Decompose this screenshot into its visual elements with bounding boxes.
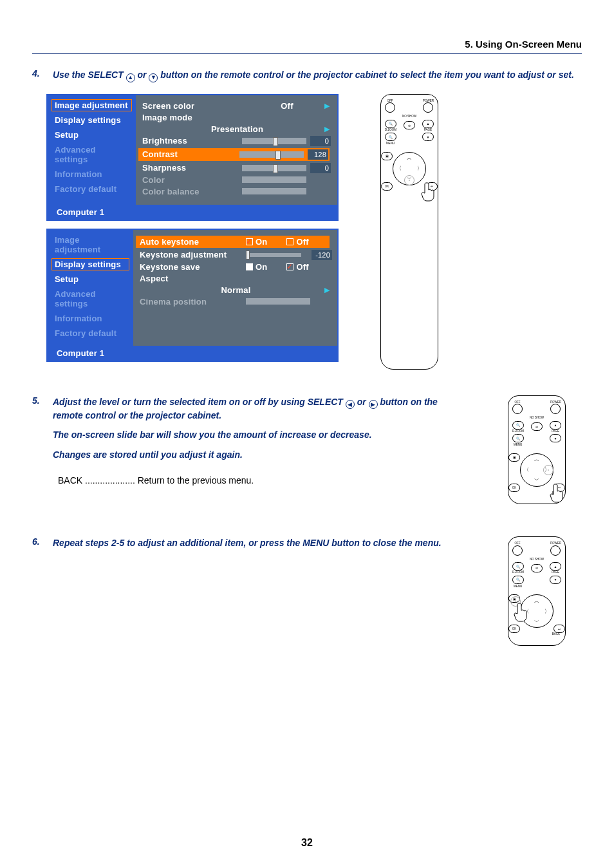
page-down-icon: ▼ [550,576,561,584]
image-mode-value: Presentation [142,124,332,134]
page-down-icon: ▼ [550,434,561,442]
contrast-label: Contrast [142,149,233,159]
keystone-save-label: Keystone save [140,262,239,272]
sidebar-item: Setup [51,273,129,285]
sidebar-item: Factory default [51,327,129,339]
menu-button-icon: ▣ [508,453,520,462]
sidebar-item: Display settings [51,258,129,270]
page-up-icon: ▲ [422,120,434,128]
step-text: Changes are stored until you adjust it a… [53,448,466,461]
sharpness-label: Sharpness [142,163,236,173]
osd-display-settings: Image adjustment Display settings Setup … [46,229,339,362]
page-down-icon: ▼ [422,133,434,141]
off-button-icon [385,102,395,113]
step-text: Adjust the level or turn the selected it… [53,395,466,422]
keystone-save-on: On [246,262,267,272]
dpad-up-icon: ︿ [405,154,414,163]
down-arrow-icon: ▼ [149,73,158,82]
noshow-label: NO SHOW [512,558,561,561]
menu-label: MENU [514,585,561,589]
brightness-slider: 0 [242,136,332,146]
checkbox-on-icon [286,263,293,270]
dpad-left-icon: 〈 [522,466,531,475]
sidebar-item: Image adjustment [51,234,129,256]
checkbox-on-icon [246,238,253,245]
image-mode-label: Image mode [142,113,236,122]
auto-keystone-on: On [246,237,267,247]
zoom-out-icon: 🔍 [512,434,524,442]
chevron-right-icon: ▶ [324,286,330,294]
cinema-position-label: Cinema position [140,297,239,307]
auto-keystone-off: Off [286,237,308,247]
zoom-out-icon: 🔍 [512,576,524,584]
sidebar-item: Advanced settings [51,288,129,310]
noshow-label: NO SHOW [385,115,434,118]
up-arrow-icon: ▲ [126,73,135,82]
step-number: 5. [32,395,46,486]
osd-sidebar: Image adjustment Display settings Setup … [48,95,136,205]
menu-label: MENU [514,444,561,447]
screen-color-value: Off [242,101,332,111]
contrast-slider: 128 [239,149,328,160]
osd-image-adjustment: Image adjustment Display settings Setup … [46,94,339,221]
sharpness-slider: 0 [242,163,332,173]
off-button-icon [512,545,523,556]
t: Use the SELECT [53,70,126,80]
step-5: 5. Adjust the level or turn the selected… [32,395,466,486]
chevron-right-icon: ▶ [324,102,330,110]
aspect-label: Aspect [140,274,239,283]
dpad-icon: ︿ ﹀ 〈 〉 [393,152,426,185]
page-label: PAGE [552,430,559,433]
noshow-button-icon: ⊘ [531,422,543,431]
hand-pointer-icon [421,182,436,202]
step-4: 4. Use the SELECT ▲ or ▼ button on the r… [32,68,582,82]
menu-button-icon: ▣ [381,152,393,160]
t: or [137,70,149,80]
power-button-icon [423,102,433,113]
ok-button-icon: OK [508,484,520,492]
sharpness-value: 0 [310,163,331,173]
keystone-save-off: Off [286,262,308,272]
color-balance-slider [242,188,332,194]
auto-keystone-label: Auto keystone [140,237,239,247]
osd-body: Auto keystone On Off Keystone adjustment… [133,230,337,346]
brightness-value: 0 [310,136,331,146]
sidebar-item: Information [51,312,129,325]
chevron-right-icon: ▶ [324,125,330,133]
brightness-label: Brightness [142,136,236,146]
back-label: BACK [512,633,560,636]
screen-color-label: Screen color [142,101,236,111]
color-label: Color [142,175,236,185]
page-up-icon: ▲ [550,562,561,571]
power-label: POWER [550,542,561,545]
noshow-button-icon: ⊘ [404,121,415,129]
dpad-icon: ︿ ﹀ 〈 〉 [520,453,554,487]
zoom-out-icon: 🔍 [385,133,396,141]
sidebar-item: Factory default [51,183,132,195]
left-arrow-icon: ◀ [346,400,355,409]
remote-control-illustration-3: OFF POWER NO SHOW 🔍D.ZOOM ⊘ ▲PAGE 🔍 ▼ ME… [508,536,566,646]
step-number: 6. [32,536,46,549]
zoom-in-icon: 🔍 [512,562,524,571]
sidebar-item: Setup [51,129,132,141]
step-6: 6. Repeat steps 2-5 to adjust an additio… [32,536,466,549]
color-balance-label: Color balance [142,187,236,196]
osd-body: Screen color Off ▶ Image mode Presentati… [136,95,337,205]
checkbox-off-icon [246,263,253,270]
page-label: PAGE [424,129,432,132]
checkbox-off-icon [286,238,293,245]
keystone-adj-label: Keystone adjustment [140,250,239,259]
dpad-down-icon: ﹀ [532,617,541,626]
noshow-label: NO SHOW [512,417,561,420]
keystone-adj-slider [246,250,301,259]
page-label: PAGE [552,571,559,574]
zoom-in-icon: 🔍 [385,120,396,128]
page-up-icon: ▲ [550,421,561,429]
color-slider [242,176,332,183]
highlight-glow-icon [540,462,557,478]
remote-control-illustration-1: OFF POWER NO SHOW 🔍D.ZOOM ⊘ ▲PAGE 🔍 [380,94,438,370]
page-number: 32 [0,837,614,849]
remote-control-illustration-2: OFF POWER NO SHOW 🔍D.ZOOM ⊘ ▲PAGE 🔍 ▼ ME… [508,395,566,505]
step-text: The on-screen slide bar will show you th… [53,428,466,441]
off-button-icon [512,404,523,414]
